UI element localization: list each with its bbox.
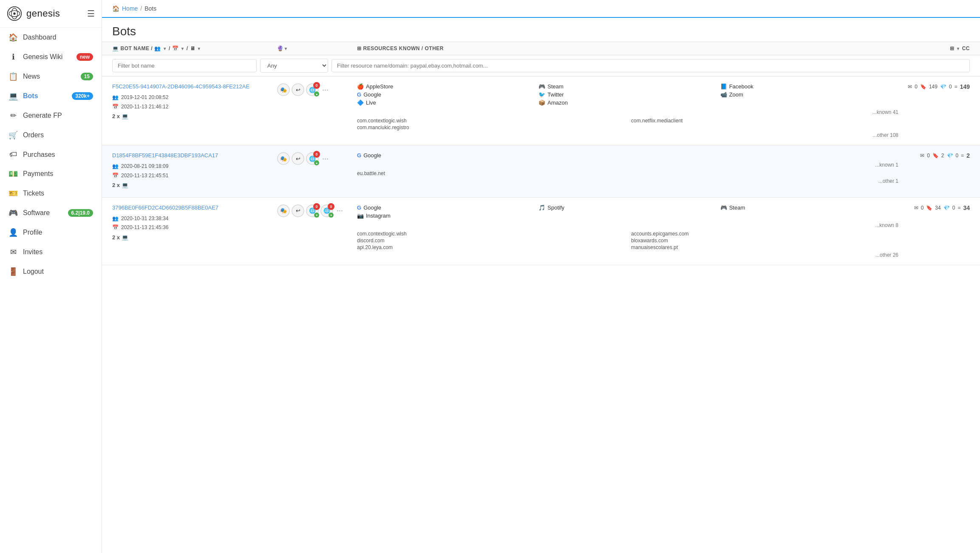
resource-logo: 🍎	[357, 83, 364, 90]
breadcrumb: 🏠 Home / Bots	[102, 0, 980, 18]
sidebar-item-tickets[interactable]: 🎫 Tickets	[0, 184, 102, 203]
nav-badge-genesis-wiki: new	[76, 53, 93, 61]
resource-item: 🎵Spotify	[538, 204, 717, 211]
resource-item: GGoogle	[357, 152, 535, 159]
bot-id-link[interactable]: F5C20E55-9414907A-2DB46096-4C959543-8FE2…	[112, 83, 274, 90]
nav-label-software: Software	[23, 209, 63, 217]
more-dots[interactable]: ···	[335, 206, 345, 215]
other-item: com.contextlogic.wishcom.netflix.mediacl…	[357, 118, 898, 130]
bot-icon-2: 🌐 0 ●	[306, 83, 319, 96]
filter-select[interactable]: Any	[260, 59, 328, 73]
resource-name: Amazon	[547, 99, 568, 106]
nav-label-purchases: Purchases	[23, 151, 93, 159]
resources-grid: 🍎AppleStore🎮Steam📘FacebookGGoogle🐦Twitte…	[357, 83, 898, 106]
bot-resources-col: 🍎AppleStore🎮Steam📘FacebookGGoogle🐦Twitte…	[357, 83, 898, 138]
sidebar-item-bots[interactable]: 💻 Bots 320k+	[0, 86, 102, 106]
nav-label-invites: Invites	[23, 248, 93, 256]
resource-logo: 🔷	[357, 99, 364, 106]
resource-logo: 📦	[538, 99, 545, 106]
resources-grid: GGoogle	[357, 152, 898, 159]
bookmark-icon: 🔖	[920, 84, 926, 90]
sidebar-item-payments[interactable]: 💵 Payments	[0, 164, 102, 184]
bot-resources-col: GGoogle🎵Spotify🎮Steam📷Instagram ...known…	[357, 204, 898, 258]
nav-icon-invites: ✉	[8, 247, 18, 257]
known-count: ...known 1	[357, 162, 898, 168]
more-dots[interactable]: ···	[320, 154, 330, 163]
chevron-icon: ▼	[163, 46, 167, 51]
resource-logo: 🎮	[720, 204, 727, 211]
sidebar-item-purchases[interactable]: 🏷 Purchases	[0, 145, 102, 164]
bot-meta: 👥 2019-12-01 20:08:52 📅 2020-11-13 21:46…	[112, 93, 274, 122]
total-count: 2	[966, 152, 970, 159]
sep1: /	[169, 45, 170, 51]
filter-resource-input[interactable]	[331, 59, 970, 72]
bot-id-link[interactable]: D1854F8BF59E1F43848E3DBF193ACA17	[112, 152, 274, 159]
nav-icon-orders: 🛒	[8, 130, 18, 140]
bot-devices: 2 x 💻	[112, 111, 274, 121]
sidebar-item-generate-fp[interactable]: ✏ Generate FP	[0, 106, 102, 125]
nav-label-payments: Payments	[23, 170, 93, 178]
bot-resources-col: GGoogle ...known 1 eu.battle.net ...othe…	[357, 152, 898, 184]
bot-registered: 👥 2020-08-21 09:18:09	[112, 162, 274, 171]
bot-count-col: ✉0 🔖2 💎0 = 2	[902, 152, 970, 160]
bot-icon-1: ↩	[292, 204, 304, 217]
nav-icon-payments: 💵	[8, 169, 18, 179]
nav-label-news: News	[23, 73, 76, 80]
filter-bot-input[interactable]	[112, 59, 257, 72]
bot-icon-1: ↩	[292, 83, 304, 96]
bot-icons-col: 🎭 ↩ 🌐 0 ● ···	[277, 83, 354, 96]
col-resources-header: ⊞ RESOURCES KNOWN / OTHER	[357, 45, 898, 51]
breadcrumb-home-icon: 🏠	[112, 5, 119, 12]
icon-badge-green: ●	[329, 213, 334, 218]
bookmark-count: 2	[941, 153, 944, 159]
resource-item: 📘Facebook	[720, 83, 898, 90]
sidebar-item-profile[interactable]: 👤 Profile	[0, 223, 102, 242]
more-dots[interactable]: ···	[320, 85, 330, 94]
diamond-icon: 💎	[943, 205, 950, 211]
resource-name: Google	[363, 204, 381, 211]
mail-count: 0	[921, 205, 924, 211]
bookmark-icon: 🔖	[926, 205, 932, 211]
nav-items: 🏠 Dashboard ℹ Genesis Wiki new 📋 News 15…	[0, 28, 102, 281]
nav-badge-news: 15	[81, 73, 93, 80]
sidebar-item-logout[interactable]: 🚪 Logout	[0, 262, 102, 281]
google-logo: G	[357, 152, 361, 159]
col-icons-header[interactable]: 🔮 ▼	[277, 45, 354, 51]
bot-id-col: D1854F8BF59E1F43848E3DBF193ACA17 👥 2020-…	[112, 152, 274, 190]
sidebar-item-dashboard[interactable]: 🏠 Dashboard	[0, 28, 102, 47]
bot-icon-0: 🎭	[277, 152, 290, 165]
other-resources: eu.battle.net ...other 1	[357, 170, 898, 184]
count-row: ✉0 🔖34 💎0 = 34	[902, 204, 970, 211]
hamburger-button[interactable]: ☰	[87, 9, 95, 19]
mail-count: 0	[927, 153, 930, 159]
bot-icons: 🎭 ↩ 🌐 0 ● ···	[277, 152, 354, 165]
col-count-header[interactable]: ⊞ ▼ CC	[902, 45, 970, 51]
total-count: 34	[963, 204, 970, 211]
col-bot-name-header[interactable]: 💻 BOT NAME / 👥 ▼ / 📅 ▼ / 🖥 ▼	[112, 45, 274, 51]
nav-badge-software: 6.2|19.0	[68, 209, 93, 217]
bookmark-icon: 🔖	[932, 153, 939, 159]
sidebar-item-genesis-wiki[interactable]: ℹ Genesis Wiki new	[0, 47, 102, 67]
breadcrumb-home-link[interactable]: Home	[122, 5, 138, 12]
resources-grid: GGoogle🎵Spotify🎮Steam📷Instagram	[357, 204, 898, 219]
chevron-icon4: ▼	[284, 46, 288, 51]
other-resource: accounts.epicgames.com	[631, 231, 898, 237]
bot-id-link[interactable]: 3796BE0F66FD2C4D66029B5F88BE0AE7	[112, 204, 274, 211]
diamond-icon: 💎	[940, 84, 946, 90]
sidebar-item-invites[interactable]: ✉ Invites	[0, 242, 102, 262]
sidebar-item-news[interactable]: 📋 News 15	[0, 67, 102, 86]
bookmark-count: 149	[929, 84, 938, 90]
other-resource: com.manciukic.registro	[357, 125, 624, 130]
main-content: 🏠 Home / Bots Bots 💻 BOT NAME / 👥 ▼ / 📅 …	[102, 0, 980, 553]
icon-badge-red: 0	[313, 82, 320, 89]
filter-row: Any	[102, 55, 980, 77]
count-row: ✉0 🔖149 💎0 = 149	[902, 83, 970, 90]
other-count: ...other 1	[357, 178, 898, 184]
nav-label-logout: Logout	[23, 268, 93, 275]
resource-logo: 📘	[720, 83, 727, 90]
sidebar-item-software[interactable]: 🎮 Software 6.2|19.0	[0, 203, 102, 223]
icon-badge-green: ●	[314, 91, 319, 96]
sidebar-item-orders[interactable]: 🛒 Orders	[0, 125, 102, 145]
bot-icons-col: 🎭 ↩ 🌐 0 ● ···	[277, 152, 354, 165]
resource-logo: 🎵	[538, 204, 545, 211]
